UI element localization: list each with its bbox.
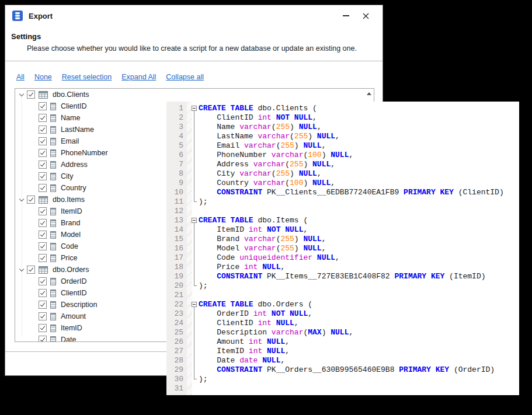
column-icon bbox=[50, 219, 56, 227]
checkbox[interactable] bbox=[39, 137, 47, 145]
fold-margin bbox=[186, 365, 199, 375]
line-number: 1 bbox=[166, 104, 187, 113]
code-line: 15 Brand varchar(255) NULL, bbox=[166, 235, 519, 244]
fold-margin bbox=[186, 123, 199, 132]
checkbox[interactable] bbox=[39, 301, 47, 309]
close-button[interactable] bbox=[356, 8, 375, 23]
fold-collapse-icon[interactable] bbox=[192, 302, 197, 307]
check-icon bbox=[40, 150, 45, 155]
page-title: Settings bbox=[11, 32, 377, 41]
line-number: 15 bbox=[166, 235, 187, 244]
line-number: 11 bbox=[166, 197, 187, 207]
tree-item-label: ClientID bbox=[61, 289, 86, 297]
checkbox[interactable] bbox=[39, 184, 47, 192]
column-icon bbox=[50, 114, 56, 122]
chevron-down-icon[interactable] bbox=[19, 266, 25, 274]
link-expand-all[interactable]: Expand All bbox=[121, 73, 156, 81]
link-all[interactable]: All bbox=[16, 73, 25, 81]
code-text: Brand varchar(255) NULL, bbox=[199, 235, 326, 244]
fold-margin bbox=[186, 132, 199, 141]
line-number: 5 bbox=[166, 141, 187, 151]
title-bar[interactable]: Export bbox=[5, 5, 383, 26]
sql-preview-panel[interactable]: 1CREATE TABLE dbo.Clients (2 ClientID in… bbox=[166, 102, 519, 395]
fold-margin bbox=[186, 281, 199, 291]
check-icon bbox=[29, 197, 33, 202]
fold-margin bbox=[186, 113, 199, 123]
fold-margin bbox=[186, 151, 199, 160]
minimize-button[interactable] bbox=[336, 8, 356, 23]
code-line: 17 Code uniqueidentifier NULL, bbox=[166, 253, 519, 263]
check-icon bbox=[40, 232, 45, 237]
checkbox[interactable] bbox=[27, 90, 35, 99]
line-number: 8 bbox=[166, 169, 187, 179]
line-number: 30 bbox=[166, 375, 187, 384]
line-number: 7 bbox=[166, 160, 187, 169]
checkbox[interactable] bbox=[39, 242, 47, 250]
code-text: CREATE TABLE dbo.Orders ( bbox=[199, 300, 312, 309]
code-text: Country varchar(100) NULL, bbox=[199, 179, 335, 188]
fold-collapse-icon[interactable] bbox=[192, 218, 197, 223]
check-icon bbox=[40, 115, 45, 120]
code-text: ClientID int NOT NULL, bbox=[199, 113, 317, 123]
table-icon bbox=[39, 91, 48, 99]
code-line: 12 bbox=[166, 207, 519, 216]
column-icon bbox=[50, 313, 56, 320]
column-icon bbox=[50, 126, 56, 134]
checkbox[interactable] bbox=[39, 114, 47, 122]
check-icon bbox=[40, 220, 45, 225]
checkbox[interactable] bbox=[39, 312, 47, 320]
line-number: 6 bbox=[166, 151, 187, 160]
code-text: Date date NULL, bbox=[199, 356, 285, 365]
code-text: ); bbox=[199, 375, 208, 384]
screen: Export Settings Please choose whether yo… bbox=[0, 0, 532, 415]
code-text: OrderID int NOT NULL, bbox=[199, 309, 312, 319]
code-text: Model varchar(255) NULL, bbox=[199, 244, 326, 253]
code-line: 14 ItemID int NOT NULL, bbox=[166, 225, 519, 235]
checkbox[interactable] bbox=[39, 231, 47, 239]
check-icon bbox=[40, 185, 45, 190]
line-number: 2 bbox=[166, 113, 187, 123]
column-icon bbox=[50, 325, 56, 332]
code-line: 8 City varchar(255) NULL, bbox=[166, 169, 519, 179]
link-collapse-all[interactable]: Collapse all bbox=[166, 73, 204, 81]
tree-item-table[interactable]: dbo.Clients bbox=[15, 89, 374, 100]
checkbox[interactable] bbox=[39, 219, 47, 227]
fold-margin bbox=[186, 235, 199, 244]
fold-margin bbox=[186, 384, 199, 393]
checkbox[interactable] bbox=[39, 172, 47, 180]
fold-margin bbox=[186, 375, 199, 384]
link-none[interactable]: None bbox=[34, 73, 52, 81]
link-reset-selection[interactable]: Reset selection bbox=[62, 73, 112, 81]
checkbox[interactable] bbox=[39, 324, 47, 332]
checkbox[interactable] bbox=[27, 266, 35, 274]
chevron-down-icon[interactable] bbox=[19, 196, 25, 204]
checkbox[interactable] bbox=[39, 336, 47, 342]
line-number: 27 bbox=[166, 347, 187, 356]
column-icon bbox=[50, 149, 56, 157]
code-text: City varchar(255) NULL, bbox=[199, 169, 322, 179]
fold-collapse-icon[interactable] bbox=[192, 106, 197, 111]
code-text: ); bbox=[199, 197, 208, 207]
checkbox[interactable] bbox=[39, 289, 47, 297]
checkbox[interactable] bbox=[39, 102, 47, 110]
checkbox[interactable] bbox=[39, 125, 47, 134]
code-line: 10 CONSTRAINT PK__Clients__6EDBB77240EA1… bbox=[166, 188, 519, 197]
code-line: 20); bbox=[166, 281, 519, 291]
checkbox[interactable] bbox=[39, 277, 47, 285]
code-text: PhoneNumber varchar(100) NULL, bbox=[199, 151, 353, 160]
checkbox[interactable] bbox=[39, 207, 47, 215]
quick-links: AllNoneReset selectionExpand AllCollapse… bbox=[16, 73, 204, 81]
scroll-up-icon[interactable] bbox=[367, 92, 371, 95]
line-number: 26 bbox=[166, 337, 187, 347]
line-number: 9 bbox=[166, 179, 187, 188]
column-icon bbox=[50, 161, 56, 169]
line-number: 19 bbox=[166, 272, 187, 281]
checkbox[interactable] bbox=[39, 149, 47, 157]
tree-item-label: Price bbox=[61, 254, 77, 262]
app-icon bbox=[12, 11, 23, 21]
checkbox[interactable] bbox=[39, 254, 47, 262]
checkbox[interactable] bbox=[39, 161, 47, 169]
checkbox[interactable] bbox=[27, 196, 35, 204]
chevron-down-icon[interactable] bbox=[19, 90, 25, 99]
check-icon bbox=[40, 138, 45, 144]
